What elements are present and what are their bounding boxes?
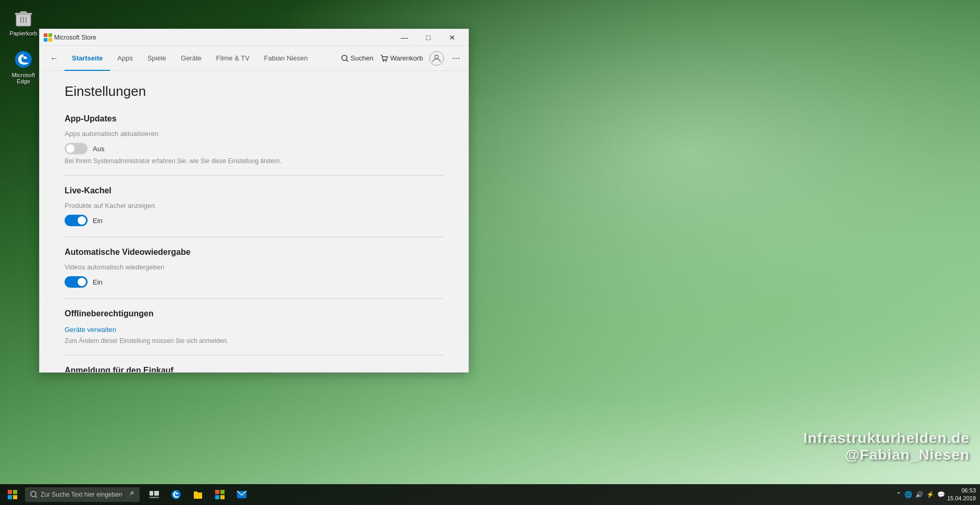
store-taskbar-button[interactable]: [209, 484, 230, 505]
edge-icon: [13, 49, 34, 70]
user-icon: [432, 54, 441, 63]
taskbar-clock[interactable]: 06:53 15.04.2019: [947, 487, 976, 503]
watermark-line1: Infrastrukturhelden.de: [803, 430, 970, 447]
network-icon[interactable]: 🌐: [904, 491, 912, 498]
start-button[interactable]: [0, 484, 25, 505]
auto-update-toggle-row: Aus: [65, 143, 443, 154]
nav-tabs: Startseite Apps Spiele Geräte Filme & TV…: [65, 46, 315, 71]
mail-taskbar-icon: [237, 490, 247, 499]
chevron-up-icon[interactable]: ⌃: [896, 491, 901, 498]
svg-point-13: [383, 60, 384, 61]
tab-filme-tv[interactable]: Filme & TV: [209, 46, 257, 71]
task-view-button[interactable]: [144, 484, 165, 505]
auto-update-note: Bei Ihrem Systemadministrator erfahren S…: [65, 157, 443, 165]
kachel-anzeigen-label: Produkte auf Kachel anzeigen: [65, 202, 443, 210]
edge-label: Microsoft Edge: [7, 72, 40, 84]
desktop-watermark: Infrastrukturhelden.de @Fabian_Niesen: [803, 430, 970, 463]
taskbar-app-icons: [144, 484, 252, 505]
offline-title: Offlineberechtigungen: [65, 309, 443, 318]
svg-point-14: [386, 60, 387, 61]
search-icon: [341, 55, 349, 62]
task-view-icon: [150, 491, 159, 498]
tray-icons: ⌃ 🌐 🔊 ⚡ 💬: [896, 491, 945, 498]
store-taskbar-icon: [215, 489, 225, 500]
back-button[interactable]: ←: [46, 50, 63, 67]
settings-content: Einstellungen App-Updates Apps automatis…: [40, 71, 468, 372]
explorer-taskbar-icon: [193, 489, 203, 500]
search-button[interactable]: Suchen: [341, 54, 374, 62]
taskbar: Zur Suche Text hier eingeben 🎤: [0, 484, 980, 505]
svg-point-6: [15, 51, 32, 68]
microsoft-store-window: Microsoft Store — □ ✕ ← Startseite Apps …: [39, 29, 469, 373]
user-button[interactable]: [429, 51, 444, 66]
volume-icon[interactable]: 🔊: [915, 491, 923, 498]
section-anmeldung: Anmeldung für den Einkauf: [65, 366, 443, 372]
mail-taskbar-button[interactable]: [231, 484, 252, 505]
anmeldung-title: Anmeldung für den Einkauf: [65, 366, 443, 372]
geraete-verwalten-link[interactable]: Geräte verwalten: [65, 326, 116, 334]
svg-rect-19: [154, 491, 159, 496]
live-kachel-title: Live-Kachel: [65, 186, 443, 195]
desktop: Infrastrukturhelden.de @Fabian_Niesen Pa…: [0, 0, 980, 505]
window-title-text: Microsoft Store: [54, 34, 96, 41]
tab-apps[interactable]: Apps: [110, 46, 140, 71]
video-knob: [78, 278, 86, 286]
edge-taskbar-icon: [171, 489, 181, 500]
taskbar-search-icon: [30, 491, 38, 498]
tab-geraete[interactable]: Geräte: [173, 46, 209, 71]
svg-rect-23: [194, 491, 197, 494]
auto-update-toggle[interactable]: [65, 143, 88, 154]
store-icon: [44, 33, 52, 42]
svg-rect-18: [150, 491, 153, 496]
papierkorb-icon: [13, 7, 34, 28]
kachel-toggle-row: Ein: [65, 215, 443, 226]
desktop-icon-edge[interactable]: Microsoft Edge: [5, 47, 42, 87]
edge-taskbar-button[interactable]: [166, 484, 187, 505]
action-center-icon[interactable]: 💬: [937, 491, 945, 498]
taskbar-search-text: Zur Suche Text hier eingeben: [41, 491, 122, 498]
video-title: Automatische Videowiedergabe: [65, 248, 443, 257]
minimize-button[interactable]: —: [392, 29, 416, 46]
svg-rect-10: [48, 38, 52, 42]
battery-icon[interactable]: ⚡: [926, 491, 934, 498]
app-updates-title: App-Updates: [65, 114, 443, 124]
watermark-line2: @Fabian_Niesen: [803, 447, 970, 463]
svg-point-21: [171, 490, 181, 499]
section-app-updates: App-Updates Apps automatisch aktualisier…: [65, 114, 443, 165]
svg-point-15: [435, 55, 438, 58]
svg-rect-20: [150, 497, 159, 498]
svg-point-11: [342, 55, 347, 60]
video-state: Ein: [93, 278, 103, 286]
maximize-button[interactable]: □: [416, 29, 440, 46]
kachel-state: Ein: [93, 217, 103, 225]
page-title: Einstellungen: [65, 83, 443, 100]
nav-right: Suchen Warenkorb ···: [341, 51, 462, 66]
cart-icon: [380, 54, 388, 63]
svg-rect-7: [44, 33, 47, 37]
papierkorb-label: Papierkorb: [9, 30, 37, 36]
desktop-icon-papierkorb[interactable]: Papierkorb: [5, 5, 42, 39]
svg-rect-27: [220, 495, 225, 499]
more-button[interactable]: ···: [450, 53, 462, 64]
window-controls: — □ ✕: [392, 29, 464, 46]
svg-rect-25: [220, 490, 225, 494]
tab-startseite[interactable]: Startseite: [65, 46, 110, 71]
auto-update-knob: [66, 144, 75, 153]
close-button[interactable]: ✕: [440, 29, 464, 46]
taskbar-search[interactable]: Zur Suche Text hier eingeben 🎤: [25, 487, 140, 502]
microphone-icon: 🎤: [127, 491, 134, 498]
search-label: Suchen: [351, 54, 374, 62]
offline-note: Zum Ändern dieser Einstellung müssen Sie…: [65, 337, 443, 344]
tab-fabian-niesen[interactable]: Fabian Niesen: [257, 46, 315, 71]
video-toggle-row: Ein: [65, 276, 443, 288]
kachel-toggle[interactable]: [65, 215, 88, 226]
explorer-taskbar-button[interactable]: [188, 484, 208, 505]
cart-button[interactable]: Warenkorb: [380, 54, 423, 63]
window-titlebar: Microsoft Store — □ ✕: [40, 29, 468, 46]
video-label: Videos automatisch wiedergeben: [65, 263, 443, 271]
tab-spiele[interactable]: Spiele: [140, 46, 173, 71]
auto-update-state: Aus: [93, 145, 104, 153]
svg-line-12: [346, 60, 348, 61]
cart-label: Warenkorb: [390, 54, 423, 62]
video-toggle[interactable]: [65, 276, 88, 288]
